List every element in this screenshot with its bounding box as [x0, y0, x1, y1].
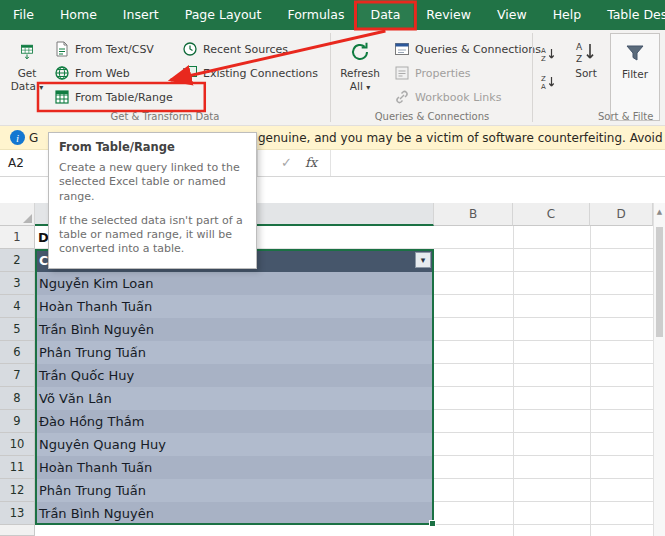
sort-descending-button[interactable]: ZA [540, 71, 556, 93]
info-icon: i [10, 130, 25, 145]
row-header-6[interactable]: 6 [0, 341, 35, 364]
table-row[interactable]: Hoàn Thanh Tuấn [35, 295, 434, 318]
gridline [513, 226, 514, 536]
group-divider [330, 33, 331, 122]
from-web-button[interactable]: From Web [50, 62, 134, 84]
tab-table-design[interactable]: Table Design [594, 0, 665, 30]
tab-file[interactable]: File [0, 0, 47, 30]
tab-review[interactable]: Review [413, 0, 484, 30]
recent-sources-button[interactable]: Recent Sources [178, 38, 292, 60]
sort-icon: AZ [574, 38, 598, 66]
tab-home[interactable]: Home [47, 0, 110, 30]
from-table-range-button[interactable]: From Table/Range [50, 86, 177, 108]
svg-text:Z: Z [576, 54, 582, 64]
row-header-10[interactable]: 10 [0, 433, 35, 456]
formula-input[interactable] [330, 150, 665, 176]
properties-icon [394, 65, 410, 81]
table-row[interactable]: Đào Hồng Thắm [35, 410, 434, 433]
recent-sources-label: Recent Sources [203, 43, 288, 56]
scrollbar-thumb[interactable] [656, 227, 663, 337]
enter-check-icon[interactable]: ✓ [281, 150, 292, 176]
group-label-queries: Queries & Connections [332, 111, 532, 122]
insert-function-fx-icon[interactable]: fx [305, 150, 317, 176]
tab-data[interactable]: Data [358, 0, 414, 30]
columns-bcd-cells[interactable] [434, 226, 653, 536]
row-header-4[interactable]: 4 [0, 295, 35, 318]
table-row[interactable]: Nguyễn Kim Loan [35, 272, 434, 295]
row-header-2[interactable]: 2 [0, 249, 35, 272]
table-row[interactable]: Trần Bình Nguyên [35, 318, 434, 341]
column-header-d[interactable]: D [590, 203, 653, 226]
row-header-12[interactable]: 12 [0, 479, 35, 502]
tab-formulas[interactable]: Formulas [274, 0, 357, 30]
column-a-cells: D Column1 ▾ Nguyễn Kim Loan Hoàn Thanh T… [35, 226, 434, 536]
ribbon: Get Data ▾ From Text/CSV From Web From T… [0, 30, 665, 126]
table-row[interactable]: Nguyên Quang Huy [35, 433, 434, 456]
existing-connections-label: Existing Connections [203, 67, 318, 80]
recent-sources-icon [182, 41, 198, 57]
group-label-sort-filter: Sort & Filte [598, 111, 665, 122]
tab-view[interactable]: View [484, 0, 540, 30]
tooltip-title: From Table/Range [59, 140, 246, 154]
row-header-11[interactable]: 11 [0, 456, 35, 479]
vertical-scrollbar[interactable]: ▲ [653, 203, 665, 536]
row-header-5[interactable]: 5 [0, 318, 35, 341]
svg-text:Z: Z [541, 75, 546, 83]
row-header-9[interactable]: 9 [0, 410, 35, 433]
from-text-csv-button[interactable]: From Text/CSV [50, 38, 158, 60]
refresh-icon [349, 38, 371, 66]
tab-insert[interactable]: Insert [110, 0, 172, 30]
filter-dropdown-button[interactable]: ▾ [415, 252, 431, 268]
sort-button[interactable]: AZ Sort [564, 33, 608, 121]
scroll-up-icon[interactable]: ▲ [654, 203, 665, 216]
tab-page-layout[interactable]: Page Layout [172, 0, 275, 30]
group-label-get-transform: Get & Transform Data [0, 111, 330, 122]
sort-descending-icon: ZA [540, 74, 556, 90]
from-table-range-label: From Table/Range [75, 91, 173, 104]
row-header-14-partial[interactable] [0, 525, 35, 536]
row-header-column: 1 2 3 4 5 6 7 8 9 10 11 12 13 [0, 226, 35, 536]
row-header-13[interactable]: 13 [0, 502, 35, 525]
sort-ascending-icon: AZ [540, 46, 556, 62]
from-web-label: From Web [75, 67, 130, 80]
from-table-range-icon [54, 89, 70, 105]
column-header-c[interactable]: C [513, 203, 590, 226]
get-data-button[interactable]: Get Data ▾ [4, 33, 50, 121]
table-row[interactable]: Võ Văn Lân [35, 387, 434, 410]
cell-a14-partial[interactable] [35, 525, 434, 536]
get-data-label-1: Get [18, 67, 37, 79]
ribbon-tab-bar: File Home Insert Page Layout Formulas Da… [0, 0, 665, 30]
properties-label: Properties [415, 67, 471, 80]
from-web-icon [54, 65, 70, 81]
row-header-1[interactable]: 1 [0, 226, 35, 249]
table-row[interactable]: Phân Trung Tuấn [35, 479, 434, 502]
column-header-b[interactable]: B [434, 203, 513, 226]
tooltip-body-2: If the selected data isn't part of a tab… [59, 214, 246, 257]
svg-text:A: A [541, 47, 546, 55]
refresh-all-button[interactable]: Refresh All ▾ [336, 33, 384, 121]
row-header-8[interactable]: 8 [0, 387, 35, 410]
workbook-links-button: Workbook Links [390, 86, 505, 108]
sort-ascending-button[interactable]: AZ [540, 43, 556, 65]
message-text-fragment-left: G [29, 126, 38, 150]
refresh-label-1: Refresh [340, 67, 380, 79]
select-all-corner[interactable] [0, 203, 35, 226]
existing-connections-button[interactable]: Existing Connections [178, 62, 322, 84]
existing-connections-icon [182, 65, 198, 81]
group-divider [532, 33, 533, 122]
row-header-7[interactable]: 7 [0, 364, 35, 387]
table-row[interactable]: Phân Trung Tuấn [35, 341, 434, 364]
from-table-range-tooltip: From Table/Range Create a new query link… [48, 132, 257, 269]
tab-help[interactable]: Help [540, 0, 595, 30]
svg-text:A: A [541, 83, 546, 90]
table-row[interactable]: Hoàn Thanh Tuấn [35, 456, 434, 479]
sort-label: Sort [575, 67, 597, 79]
dropdown-caret-icon: ▾ [39, 83, 43, 92]
filter-button[interactable]: Filter [610, 33, 660, 121]
excel-window: File Home Insert Page Layout Formulas Da… [0, 0, 665, 536]
queries-connections-button[interactable]: Queries & Connections [390, 38, 545, 60]
table-row[interactable]: Trần Quốc Huy [35, 364, 434, 387]
row-header-3[interactable]: 3 [0, 272, 35, 295]
tooltip-body-1: Create a new query linked to the selecte… [59, 161, 246, 204]
table-row[interactable]: Trần Bình Nguyên [35, 502, 434, 525]
